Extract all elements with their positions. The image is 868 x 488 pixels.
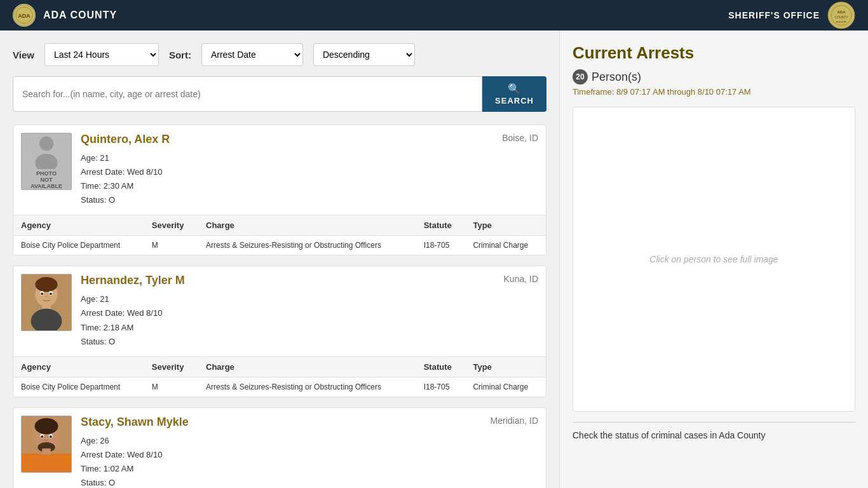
charge-row-2: Boise City Police Department M Arrests &… — [13, 377, 546, 396]
search-button-label: SEARCH — [495, 96, 534, 105]
charge-statute-2: I18-705 — [416, 377, 466, 396]
person-photo-1: PHOTONOTAVAILABLE — [21, 133, 72, 190]
col-statute: Statute — [416, 215, 466, 236]
page-header: ADA ADA COUNTY SHERIFF'S OFFICE ADA COUN… — [0, 0, 868, 30]
search-row: 🔍 SEARCH — [13, 76, 546, 112]
person-details-3: Age: 26 Arrest Date: Wed 8/10 Time: 1:02… — [81, 434, 538, 488]
person-location-1: Boise, ID — [502, 133, 538, 143]
person-details-1: Age: 21 Arrest Date: Wed 8/10 Time: 2:30… — [81, 151, 538, 207]
charge-description-2: Arrests & Seizures-Resisting or Obstruct… — [198, 377, 416, 396]
timeframe-value: 8/9 07:17 AM through 8/10 07:17 AM — [616, 87, 751, 97]
left-panel: View Last 24 Hours Last 48 Hours Last 72… — [0, 30, 559, 488]
person-arrest-date-2: Arrest Date: Wed 8/10 — [81, 306, 538, 320]
person-header-1: PHOTONOTAVAILABLE Quintero, Alex R Boise… — [13, 125, 546, 215]
svg-point-27 — [41, 435, 43, 438]
view-select[interactable]: Last 24 Hours Last 48 Hours Last 72 Hour… — [44, 43, 159, 66]
person-time-2: Time: 2:18 AM — [81, 321, 538, 335]
col-severity-2: Severity — [144, 356, 198, 377]
search-input[interactable] — [13, 76, 482, 112]
timeframe-text: Timeframe: 8/9 07:17 AM through 8/10 07:… — [573, 87, 855, 97]
charges-table-2: Agency Severity Charge Statute Type Bois… — [13, 356, 546, 396]
sheriffs-office-label: SHERIFF'S OFFICE — [728, 10, 820, 20]
view-label: View — [13, 50, 34, 60]
person-age-2: Age: 21 — [81, 292, 538, 306]
charge-statute: I18-705 — [416, 236, 466, 255]
col-charge: Charge — [198, 215, 416, 236]
person-name-row-3: Stacy, Shawn Mykle Meridian, ID — [81, 416, 538, 434]
timeframe-label: Timeframe: — [573, 87, 614, 97]
person-header-2: Hernandez, Tyler M Kuna, ID Age: 21 Arre… — [13, 266, 546, 356]
person-header-3: Stacy, Shawn Mykle Meridian, ID Age: 26 … — [13, 408, 546, 488]
charges-header-row: Agency Severity Charge Statute Type — [13, 215, 546, 236]
header-right: SHERIFF'S OFFICE ADA COUNTY SHERIFF — [728, 1, 855, 29]
col-statute-2: Statute — [416, 356, 466, 377]
person-name-row-2: Hernandez, Tyler M Kuna, ID — [81, 274, 538, 292]
person-photo-2 — [21, 274, 72, 331]
col-type: Type — [465, 215, 546, 236]
person-name-3[interactable]: Stacy, Shawn Mykle — [81, 416, 189, 429]
svg-point-18 — [50, 293, 52, 295]
right-panel: Current Arrests 20 Person(s) Timeframe: … — [559, 30, 868, 488]
main-container: View Last 24 Hours Last 48 Hours Last 72… — [0, 30, 868, 488]
person-arrest-date-3: Arrest Date: Wed 8/10 — [81, 448, 538, 462]
charge-description: Arrests & Seizures-Resisting or Obstruct… — [198, 236, 416, 255]
person-name-row-1: Quintero, Alex R Boise, ID — [81, 133, 538, 151]
person-status-2: Status: O — [81, 335, 538, 349]
person-status-3: Status: O — [81, 476, 538, 488]
person-photo-3 — [21, 416, 72, 473]
charges-table-1: Agency Severity Charge Statute Type Bois… — [13, 215, 546, 255]
charges-header-row-2: Agency Severity Charge Statute Type — [13, 356, 546, 377]
person-count: 20 — [573, 69, 588, 85]
controls-row: View Last 24 Hours Last 48 Hours Last 72… — [13, 43, 546, 66]
col-agency-2: Agency — [13, 356, 144, 377]
svg-text:ADA: ADA — [837, 10, 846, 14]
charge-severity: M — [144, 236, 198, 255]
criminal-cases-text[interactable]: Check the status of criminal cases in Ad… — [573, 430, 765, 440]
person-time-1: Time: 2:30 AM — [81, 179, 538, 193]
charge-type: Criminal Charge — [465, 236, 546, 255]
order-select[interactable]: Descending Ascending — [313, 43, 415, 66]
search-button[interactable]: 🔍 SEARCH — [482, 76, 546, 112]
svg-point-17 — [41, 293, 43, 295]
svg-point-22 — [34, 418, 58, 434]
county-title: ADA COUNTY — [43, 10, 117, 21]
charge-severity-2: M — [144, 377, 198, 396]
col-severity: Severity — [144, 215, 198, 236]
svg-rect-20 — [22, 453, 71, 471]
person-main-info-1: Quintero, Alex R Boise, ID Age: 21 Arres… — [81, 133, 538, 207]
search-icon: 🔍 — [508, 83, 521, 95]
photo-not-available-label: PHOTONOTAVAILABLE — [31, 170, 62, 189]
col-type-2: Type — [465, 356, 546, 377]
person-name-2[interactable]: Hernandez, Tyler M — [81, 274, 185, 287]
svg-text:ADA: ADA — [18, 13, 31, 19]
svg-point-9 — [35, 154, 57, 169]
svg-text:SHERIFF: SHERIFF — [836, 20, 847, 24]
county-logo: ADA — [13, 4, 36, 27]
person-time-3: Time: 1:02 AM — [81, 462, 538, 476]
person-age-3: Age: 26 — [81, 434, 538, 448]
person-card-1[interactable]: PHOTONOTAVAILABLE Quintero, Alex R Boise… — [13, 125, 546, 255]
person-location-2: Kuna, ID — [504, 274, 538, 284]
charge-agency: Boise City Police Department — [13, 236, 144, 255]
person-age-1: Age: 21 — [81, 151, 538, 165]
person-location-3: Meridian, ID — [491, 416, 538, 426]
col-charge-2: Charge — [198, 356, 416, 377]
col-agency: Agency — [13, 215, 144, 236]
person-name-1[interactable]: Quintero, Alex R — [81, 133, 170, 146]
svg-point-12 — [35, 277, 57, 292]
sort-select[interactable]: Arrest Date Name City — [201, 43, 303, 66]
charge-agency-2: Boise City Police Department — [13, 377, 144, 396]
click-hint: Click on person to see full image — [649, 254, 778, 264]
charge-type-2: Criminal Charge — [465, 377, 546, 396]
charge-row: Boise City Police Department M Arrests &… — [13, 236, 546, 255]
svg-rect-24 — [42, 449, 51, 455]
person-arrest-date-1: Arrest Date: Wed 8/10 — [81, 165, 538, 179]
person-status-1: Status: O — [81, 193, 538, 207]
person-card-3[interactable]: Stacy, Shawn Mykle Meridian, ID Age: 26 … — [13, 407, 546, 488]
svg-point-28 — [50, 435, 52, 438]
image-preview-box: Click on person to see full image — [573, 107, 855, 412]
person-card-2[interactable]: Hernandez, Tyler M Kuna, ID Age: 21 Arre… — [13, 266, 546, 396]
header-left: ADA ADA COUNTY — [13, 4, 117, 27]
svg-text:COUNTY: COUNTY — [834, 15, 848, 19]
section-title: Current Arrests — [573, 43, 855, 63]
